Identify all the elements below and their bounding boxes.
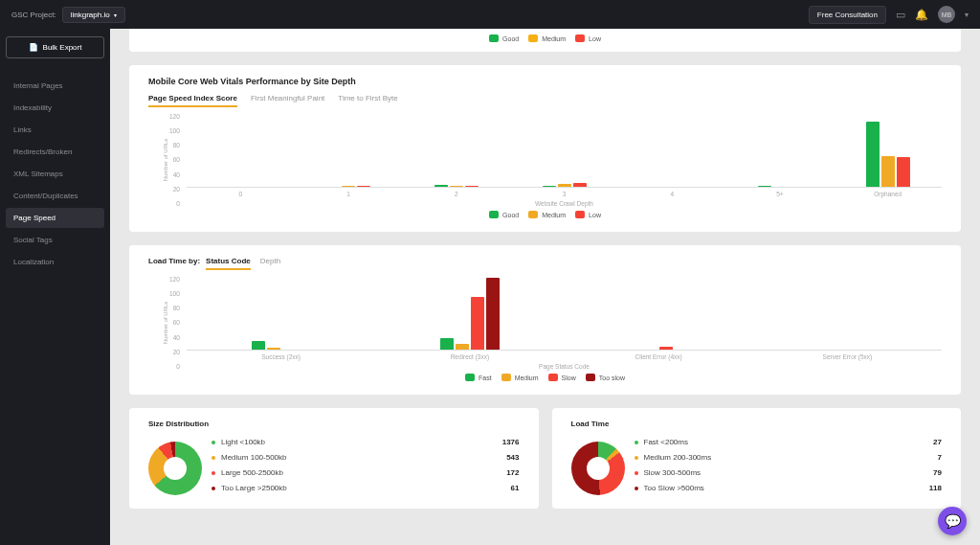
chevron-down-icon[interactable]: ▾ xyxy=(965,11,969,19)
dist-row: Light <100kb1376 xyxy=(212,438,520,446)
dist-value: 7 xyxy=(938,453,942,462)
export-icon: 📄 xyxy=(29,43,38,52)
x-axis-label: Website Crawl Depth xyxy=(187,200,942,207)
dist-label: Medium 100-500kb xyxy=(221,453,286,462)
bar xyxy=(866,122,880,187)
cwv-legend: GoodMediumLow xyxy=(148,211,942,218)
x-tick: 2 xyxy=(402,191,510,197)
y-axis-label: Number of URLs xyxy=(163,302,168,345)
load-time-prefix: Load Time by: xyxy=(148,257,200,265)
bar xyxy=(573,183,587,187)
subtab[interactable]: First Meaningful Paint xyxy=(251,94,324,107)
legend-swatch xyxy=(465,374,475,381)
bar xyxy=(267,348,280,350)
wallet-icon[interactable]: ▭ xyxy=(896,9,905,21)
dist-label: Too Large >2500kb xyxy=(221,484,287,492)
bullet xyxy=(212,471,215,475)
legend-swatch xyxy=(575,211,585,218)
topbar-left: GSC Project: linkgraph.io ▾ xyxy=(11,7,125,23)
dist-label: Light <100kb xyxy=(221,438,265,446)
subtab[interactable]: Page Speed Index Score xyxy=(148,94,237,107)
dist-row: Slow 300-500ms79 xyxy=(635,468,943,477)
chat-fab[interactable]: 💬 xyxy=(938,507,967,535)
main-content: Good Medium Low Mobile Core Web Vitals P… xyxy=(110,29,980,545)
legend-label: Slow xyxy=(562,375,576,381)
legend-item: Too slow xyxy=(586,374,625,381)
dist-row: Too Slow >500ms118 xyxy=(635,484,943,492)
category-group xyxy=(726,186,835,187)
subtab[interactable]: Depth xyxy=(260,257,280,270)
topbar-right: Free Consultation ▭ 🔔 MB ▾ xyxy=(809,6,969,24)
bar xyxy=(881,156,895,188)
sidebar-item[interactable]: XML Sitemaps xyxy=(6,164,104,184)
sidebar-item[interactable]: Content/Duplicates xyxy=(6,186,104,206)
dist-row: Medium 100-500kb543 xyxy=(212,453,520,462)
bar xyxy=(456,344,469,351)
topbar: GSC Project: linkgraph.io ▾ Free Consult… xyxy=(0,0,980,29)
legend-swatch xyxy=(489,34,499,42)
load-time-subtabs: Status CodeDepth xyxy=(206,257,280,270)
x-tick: Server Error (5xx) xyxy=(753,353,942,360)
load-time-card: Load Time by: Status CodeDepth Number of… xyxy=(129,245,961,395)
legend-label: Low xyxy=(589,212,601,218)
bullet xyxy=(212,456,215,460)
sidebar-item[interactable]: Internal Pages xyxy=(6,76,104,96)
dist-label: Fast <200ms xyxy=(644,438,688,446)
sidebar-item[interactable]: Localization xyxy=(6,252,104,272)
y-ticks: 120100806040200 xyxy=(169,276,180,370)
subtab[interactable]: Status Code xyxy=(206,257,251,270)
avatar[interactable]: MB xyxy=(938,6,955,23)
dist-row: Medium 200-300ms7 xyxy=(635,453,943,462)
dist-label: Medium 200-300ms xyxy=(644,453,712,462)
load-donut-chart xyxy=(571,442,625,495)
x-tick: 5+ xyxy=(726,191,835,197)
bar xyxy=(252,341,265,350)
legend-item: Medium xyxy=(501,374,539,381)
dist-value: 79 xyxy=(933,468,942,477)
subtab[interactable]: Time to First Byte xyxy=(338,94,397,107)
bar xyxy=(440,338,454,350)
legend-swatch xyxy=(501,374,511,381)
x-tick: 3 xyxy=(510,191,618,197)
bulk-export-button[interactable]: 📄 Bulk Export xyxy=(6,36,104,58)
dist-row: Large 500-2500kb172 xyxy=(212,468,520,477)
x-tick: 1 xyxy=(295,191,403,197)
bullet xyxy=(635,456,638,460)
gsc-project-dropdown[interactable]: linkgraph.io ▾ xyxy=(62,7,125,23)
legend-item: Good xyxy=(489,211,519,218)
x-tick: Orphaned xyxy=(834,191,942,197)
dist-value: 61 xyxy=(511,484,520,492)
legend-label: Good xyxy=(502,35,519,42)
x-ticks: Success (2xx)Redirect (3xx)Client Error … xyxy=(187,353,942,360)
bar xyxy=(471,297,484,350)
legend-label: Medium xyxy=(515,375,539,381)
bell-icon[interactable]: 🔔 xyxy=(915,9,928,21)
category-group xyxy=(402,185,510,187)
plot-area xyxy=(187,113,942,188)
legend-label: Too slow xyxy=(599,375,625,381)
legend-item: Fast xyxy=(465,374,492,381)
legend-label: Low xyxy=(589,35,601,42)
dist-value: 1376 xyxy=(502,438,520,446)
sidebar-item[interactable]: Indexability xyxy=(6,98,104,118)
bar xyxy=(486,278,500,350)
category-group xyxy=(375,278,564,350)
dist-value: 543 xyxy=(506,453,519,462)
load-time-chart: Number of URLs 120100806040200 Success (… xyxy=(148,276,942,370)
free-consultation-button[interactable]: Free Consultation xyxy=(809,6,886,24)
sidebar-item[interactable]: Page Speed xyxy=(6,208,104,228)
x-ticks: 012345+Orphaned xyxy=(187,191,942,197)
dist-label: Large 500-2500kb xyxy=(221,468,283,477)
sidebar-item[interactable]: Links xyxy=(6,120,104,140)
sidebar-item[interactable]: Social Tags xyxy=(6,230,104,250)
legend-label: Fast xyxy=(479,375,492,381)
sidebar-item[interactable]: Redirects/Broken xyxy=(6,142,104,162)
legend-item: Low xyxy=(575,211,601,218)
legend-medium: Medium xyxy=(528,34,566,42)
bullet xyxy=(635,471,638,475)
dist-label: Too Slow >500ms xyxy=(644,484,704,492)
category-group xyxy=(834,122,942,187)
legend-label: Medium xyxy=(542,35,566,42)
legend-item: Medium xyxy=(528,211,566,218)
cwv-chart: Number of URLs 120100806040200 012345+Or… xyxy=(148,113,942,207)
